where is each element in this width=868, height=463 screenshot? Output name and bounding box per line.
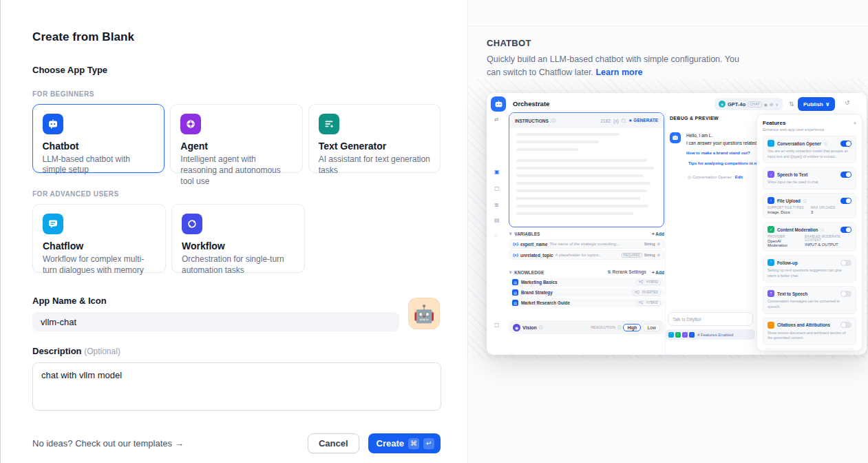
feature-toggle (840, 227, 851, 233)
card-title: Chatbot (43, 141, 155, 152)
cmd-key-icon: ⌘ (408, 438, 419, 449)
knowledge-doc-icon: ▤ (512, 289, 518, 296)
feature-item: T Text to Speech Conversation messages c… (763, 286, 856, 313)
arrow-right-icon: → (175, 438, 184, 449)
feature-toggle (840, 260, 851, 266)
features-enabled-bar: “ ✓ ♪ ↑ 4 Features Enabled (666, 329, 755, 340)
resolution-high-option: High (623, 324, 641, 331)
chatbot-preview-image: Orchestrate ⇄ ✳ GPT-4o CHAT ◉ ⚙ ∨ ⇅ Publ… (487, 93, 867, 355)
variable-row: {x} unrelated_topic A placeholder for to… (509, 250, 664, 260)
cancel-button[interactable]: Cancel (308, 433, 359, 453)
variable-brace-icon: {x} (613, 119, 619, 123)
card-title: Chatflow (43, 240, 156, 251)
resolution-low-option: Low (643, 324, 660, 331)
rail-doc-icon: ▤ (494, 217, 500, 223)
column-divider (665, 112, 666, 355)
skeleton-line (516, 141, 599, 143)
retrieval-badge: HQ · HYBRID (636, 280, 661, 285)
enter-key-icon: ↵ (423, 438, 434, 449)
opener-icon: ◎ (688, 175, 691, 179)
variable-tag-icon: {x} (513, 253, 518, 257)
suggestion-link: Tips for analyzing competitors in market (688, 161, 768, 165)
right-topbar (468, 0, 868, 26)
conversation-opener-icon: “ (768, 140, 774, 147)
vision-eye-icon: ◉ (513, 324, 520, 331)
feature-toggle (840, 322, 851, 328)
app-icon-picker[interactable]: 🤖 (408, 298, 440, 329)
chatbot-icon (43, 114, 63, 134)
variable-row: {x} expert_name The name of the strategi… (509, 239, 664, 249)
history-icon: ↺ (845, 99, 850, 106)
retrieval-badge: HQ · INVERTED (632, 290, 661, 296)
feature-mini-icon: ♪ (682, 332, 688, 338)
app-name-input[interactable] (32, 312, 399, 331)
skeleton-line (516, 159, 647, 162)
citations-icon: ” (768, 322, 774, 329)
model-selector: ✳ GPT-4o CHAT ◉ ⚙ ∨ (714, 98, 783, 110)
rail-list-icon: ≣ (494, 202, 499, 208)
knowledge-row: ▤ Brand Strategy HQ · INVERTED (509, 288, 664, 297)
instructions-header: INSTRUCTIONS ⓘ 2182 {x} ▢ ★ GENERATE (509, 113, 664, 128)
feature-item: ↑ File Upload ⓘ SUPPORT FILE TYPESImage,… (763, 193, 856, 218)
card-desc: Workflow for complex multi-turn dialogue… (43, 254, 156, 276)
model-name: GPT-4o (728, 101, 745, 107)
feature-item: ✎ Annotation Reply (763, 349, 856, 351)
skeleton-line (516, 212, 633, 215)
app-type-card-text-generator[interactable]: Text Generator AI assistant for text gen… (308, 104, 441, 173)
app-type-card-chatflow[interactable]: Chatflow Workflow for complex multi-turn… (32, 204, 166, 273)
description-label: Description (Optional) (32, 346, 441, 356)
skeleton-line (516, 182, 650, 185)
variable-settings-icon: ⚙ (657, 253, 660, 257)
rerank-settings-button: ⇅ Rerank Settings (607, 269, 646, 275)
create-app-modal: Create from Blank Choose App Type FOR BE… (0, 0, 868, 463)
create-button[interactable]: Create ⌘ ↵ (368, 433, 441, 453)
app-name-label: App Name & Icon (32, 296, 441, 306)
skeleton-line (516, 148, 578, 151)
rail-globe-icon: ◌ (494, 232, 498, 238)
app-type-card-workflow[interactable]: Workflow Orchestration for single-turn a… (171, 204, 305, 273)
swap-icon: ⇄ (494, 116, 499, 123)
feature-toggle (840, 198, 851, 204)
vision-row: ◉ Vision ⓘ RESOLUTION ⓘ High Low (509, 320, 664, 334)
close-icon: × (854, 121, 856, 125)
chatbot-heading: CHATBOT (487, 38, 868, 48)
card-desc: Intelligent agent with reasoning and aut… (180, 154, 292, 187)
model-chat-badge: CHAT (748, 101, 762, 107)
copy-icon: ▢ (622, 118, 626, 123)
app-type-card-chatbot[interactable]: Chatbot LLM-based chatbot with simple se… (32, 104, 165, 173)
feature-toggle (840, 141, 851, 147)
suggestion-link: How to make a brand stand out? (686, 151, 750, 155)
chevron-down-icon: ∨ (775, 102, 778, 107)
skeleton-line (516, 133, 620, 136)
info-icon: ⓘ (539, 325, 543, 330)
debug-preview-header: DEBUG & PREVIEW (670, 116, 719, 121)
chatflow-icon (43, 214, 63, 234)
feature-item: “ Conversation Opener ⓘ You are an entit… (763, 136, 856, 163)
chevron-icon: ∨ (509, 231, 512, 236)
chatbot-description: Quickly build an LLM-based chatbot with … (487, 53, 740, 79)
optional-label: (Optional) (84, 347, 120, 356)
choose-app-type-label: Choose App Type (32, 65, 441, 75)
bot-avatar (670, 132, 681, 143)
app-type-card-agent[interactable]: Agent Intelligent agent with reasoning a… (170, 104, 302, 173)
info-icon: ⓘ (821, 227, 824, 232)
app-name-row: 🤖 (32, 312, 441, 331)
feature-toggle (840, 172, 851, 178)
info-icon: ⓘ (551, 118, 556, 124)
sliders-icon: ⇅ (789, 101, 794, 107)
card-title: Agent (180, 141, 292, 152)
rail-prompt-icon: ▣ (494, 169, 500, 175)
knowledge-doc-icon: ▤ (512, 279, 518, 285)
add-knowledge-button: + Add (652, 270, 664, 275)
features-panel: Features × Enhance web-app user experien… (756, 114, 862, 351)
add-variable-button: + Add (652, 232, 664, 236)
knowledge-row: ▤ Market Research Guide HQ · HYBRID (509, 298, 664, 307)
for-beginners-label: FOR BEGINNERS (32, 90, 441, 98)
feature-item: ” Follow-up Setting up next questions su… (763, 255, 856, 282)
variables-header: ∨ VARIABLES + Add (509, 231, 664, 236)
text-to-speech-icon: T (768, 290, 774, 297)
description-textarea[interactable]: chat with vllm model (32, 362, 441, 411)
learn-more-link[interactable]: Learn more (595, 68, 642, 77)
feature-toggle (840, 291, 851, 297)
templates-link[interactable]: No ideas? Check out our templates → (32, 438, 184, 449)
